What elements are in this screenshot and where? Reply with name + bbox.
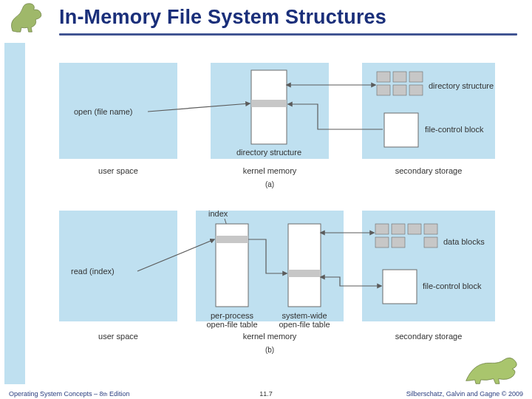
label-b-perproc-2: open-file table bbox=[206, 320, 257, 329]
band-b-syswide bbox=[288, 270, 321, 277]
diagram-svg: open (file name) directory structure dir… bbox=[44, 52, 514, 369]
panel-b-user bbox=[59, 211, 177, 321]
svg-rect-12 bbox=[424, 237, 437, 248]
svg-rect-5 bbox=[409, 85, 423, 95]
label-b-syswide-2: open-file table bbox=[279, 320, 330, 329]
band-b-perproc bbox=[216, 236, 248, 243]
footer-left-b: Edition bbox=[107, 390, 129, 398]
dinosaur-logo-right bbox=[464, 356, 523, 386]
svg-rect-0 bbox=[377, 72, 390, 82]
label-b-syswide-1: system-wide bbox=[282, 311, 327, 320]
label-a-dir-struct: directory structure bbox=[236, 148, 301, 157]
svg-rect-9 bbox=[424, 224, 437, 234]
svg-rect-8 bbox=[408, 224, 421, 234]
label-b-perproc-1: per-process bbox=[211, 311, 254, 320]
label-b-fcb: file-control block bbox=[423, 282, 482, 290]
svg-rect-1 bbox=[393, 72, 406, 82]
svg-rect-6 bbox=[375, 224, 389, 234]
label-a-dir-right: directory structure bbox=[429, 81, 494, 90]
col-b-kernel: kernel memory bbox=[243, 332, 297, 341]
box-b-fcb bbox=[383, 270, 417, 304]
col-a-user: user space bbox=[98, 166, 138, 175]
footer-page: 11.7 bbox=[259, 390, 273, 398]
col-b-secondary: secondary storage bbox=[395, 332, 463, 341]
footer: Operating System Concepts – 8th Edition … bbox=[0, 390, 532, 398]
footer-right: Silberschatz, Galvin and Gagne © 2009 bbox=[406, 390, 523, 398]
svg-rect-2 bbox=[409, 72, 423, 82]
label-b-data: data blocks bbox=[443, 237, 485, 246]
band-a-dir-struct bbox=[251, 100, 287, 107]
svg-rect-7 bbox=[392, 224, 405, 234]
label-b-read: read (index) bbox=[71, 267, 115, 276]
diagram-stage: open (file name) directory structure dir… bbox=[44, 52, 514, 369]
caption-a: (a) bbox=[265, 180, 274, 188]
col-a-secondary: secondary storage bbox=[395, 166, 463, 175]
label-a-open: open (file name) bbox=[74, 107, 133, 116]
footer-left: Operating System Concepts – 8th Edition bbox=[9, 390, 129, 398]
caption-b: (b) bbox=[265, 346, 274, 354]
label-a-fcb: file-control block bbox=[425, 125, 484, 134]
box-b-syswide bbox=[288, 224, 321, 307]
slide-accent-bar bbox=[4, 43, 25, 384]
col-b-user: user space bbox=[98, 332, 138, 341]
svg-rect-11 bbox=[392, 237, 405, 248]
slide-title: In-Memory File System Structures bbox=[59, 6, 517, 29]
box-a-fcb bbox=[384, 113, 418, 147]
label-b-index: index bbox=[208, 209, 228, 218]
footer-left-a: Operating System Concepts – 8 bbox=[9, 390, 103, 398]
title-underline bbox=[59, 33, 517, 35]
svg-rect-4 bbox=[393, 85, 406, 95]
col-a-kernel: kernel memory bbox=[243, 166, 297, 175]
dinosaur-logo-left bbox=[7, 0, 53, 35]
svg-rect-10 bbox=[375, 237, 389, 248]
svg-rect-3 bbox=[377, 85, 390, 95]
